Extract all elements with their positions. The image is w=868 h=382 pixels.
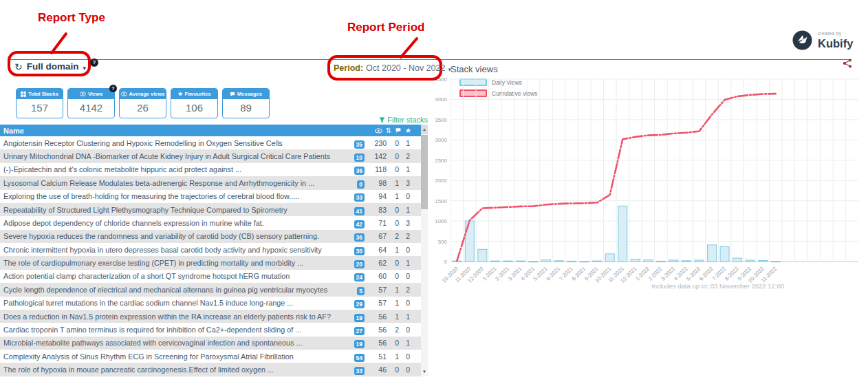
stack-count-badge: 19 bbox=[354, 340, 365, 348]
table-row[interactable]: Urinary Mitochondrial DNA -Biomarker of … bbox=[0, 149, 421, 162]
sort-icon[interactable]: ⇅ bbox=[386, 127, 391, 134]
stack-messages-count: 0 bbox=[387, 165, 399, 173]
stack-count-badge: 5 bbox=[357, 287, 365, 295]
report-period-selector[interactable]: Period: Oct 2020 - Nov 2022 ▾ bbox=[334, 63, 451, 73]
stack-name[interactable]: Action potential clamp characterization … bbox=[0, 272, 348, 280]
svg-text:1500: 1500 bbox=[435, 198, 447, 204]
stack-favourites-count: 2 bbox=[399, 232, 410, 240]
stack-name[interactable]: Urinary Mitochondrial DNA -Biomarker of … bbox=[0, 152, 348, 160]
domain-selector-label[interactable]: Full domain bbox=[27, 61, 79, 72]
table-row[interactable]: Exploring the use of breath-holding for … bbox=[0, 190, 421, 203]
stack-count-badge: 24 bbox=[354, 273, 365, 282]
stack-name[interactable]: Complexity Analysis of Sinus Rhythm ECG … bbox=[0, 352, 348, 361]
stack-count-badge: 33 bbox=[354, 193, 365, 202]
table-row[interactable]: Chronic intermittent hypoxia in utero de… bbox=[0, 243, 421, 256]
table-row[interactable]: (-)-Epicatechin and it's colonic metabol… bbox=[0, 163, 421, 176]
report-type-annotation: Report Type bbox=[38, 11, 105, 25]
stack-name[interactable]: Repeatability of Structured Light Plethy… bbox=[0, 206, 348, 214]
table-row[interactable]: The role of cardiopulmonary exercise tes… bbox=[0, 256, 421, 269]
stack-name[interactable]: The role of cardiopulmonary exercise tes… bbox=[0, 259, 348, 267]
star-icon: ★ bbox=[177, 91, 182, 97]
stat-card-views: Views 4142 ? bbox=[67, 88, 115, 118]
stack-favourites-count: 1 bbox=[399, 339, 410, 347]
star-icon[interactable]: ★ bbox=[405, 127, 411, 134]
table-row[interactable]: Pathological turret mutations in the car… bbox=[0, 297, 421, 310]
stack-messages-count: 0 bbox=[387, 139, 399, 147]
stack-count-badge: 54 bbox=[354, 354, 365, 362]
brand-name: Kubify bbox=[818, 38, 853, 50]
stack-count-badge: 36 bbox=[354, 167, 365, 175]
table-row[interactable]: Adipose depot dependency of chloride cha… bbox=[0, 216, 421, 229]
stat-label: Favourites bbox=[185, 91, 211, 97]
stack-count-badge: 33 bbox=[354, 367, 365, 375]
table-row[interactable]: Cardiac troponin T amino terminus is req… bbox=[0, 323, 421, 336]
stack-name[interactable]: (-)-Epicatechin and it's colonic metabol… bbox=[0, 165, 348, 173]
stack-count-badge: 19 bbox=[354, 314, 365, 322]
scrollbar-thumb[interactable] bbox=[421, 135, 428, 209]
chat-icon[interactable] bbox=[395, 127, 402, 134]
table-scrollbar[interactable]: ▲ ▼ bbox=[421, 125, 428, 376]
stack-name[interactable]: Severe hypoxia reduces the randomness an… bbox=[0, 232, 348, 240]
stack-name[interactable]: Angiotensin Receptor Clustering and Hypo… bbox=[0, 139, 348, 147]
scroll-down-button[interactable]: ▼ bbox=[421, 367, 428, 376]
stack-favourites-count: 1 bbox=[399, 206, 410, 214]
table-row[interactable]: Cycle length dependence of electrical an… bbox=[0, 283, 421, 296]
stack-count-badge: 42 bbox=[354, 220, 365, 229]
table-row[interactable]: The role of hypoxia in mouse pancreatic … bbox=[0, 363, 421, 376]
stack-name[interactable]: Exploring the use of breath-holding for … bbox=[0, 192, 348, 200]
stack-favourites-count: 3 bbox=[399, 219, 410, 227]
stack-views-count: 57 bbox=[365, 299, 387, 307]
stack-messages-count: 0 bbox=[387, 259, 399, 267]
stack-messages-count: 1 bbox=[387, 246, 399, 254]
table-row[interactable]: Angiotensin Receptor Clustering and Hypo… bbox=[0, 136, 421, 149]
stack-views-count: 57 bbox=[365, 286, 387, 294]
stack-favourites-count: 3 bbox=[399, 179, 410, 187]
stack-messages-count: 1 bbox=[387, 312, 399, 321]
period-value[interactable]: Oct 2020 - Nov 2022 bbox=[366, 63, 445, 73]
report-type-selector[interactable]: ↻ Full domain ▾ ? bbox=[14, 61, 98, 72]
stack-messages-count: 0 bbox=[387, 206, 399, 214]
stack-messages-count: 1 bbox=[387, 192, 399, 200]
stack-favourites-count: 2 bbox=[399, 152, 410, 160]
stacks-table: Angiotensin Receptor Clustering and Hypo… bbox=[0, 136, 421, 376]
stack-views-count: 56 bbox=[365, 339, 387, 347]
chevron-down-icon[interactable]: ▾ bbox=[448, 66, 451, 73]
filter-stacks-button[interactable]: Filter stacks bbox=[276, 116, 428, 124]
stack-favourites-count: 0 bbox=[399, 326, 410, 334]
stack-name[interactable]: Adipose depot dependency of chloride cha… bbox=[0, 219, 348, 227]
stack-views-count: 71 bbox=[365, 219, 387, 227]
stack-name[interactable]: Does a reduction in Nav1.5 protein expre… bbox=[0, 312, 348, 321]
table-row[interactable]: Microbial-metabolite pathways associated… bbox=[0, 337, 421, 350]
stat-card-average-views: Average views 26 bbox=[119, 88, 166, 118]
eye-icon bbox=[80, 92, 86, 96]
help-icon[interactable]: ? bbox=[90, 59, 98, 67]
brand-logo: created by Kubify bbox=[792, 30, 853, 50]
stack-favourites-count: 1 bbox=[399, 139, 410, 147]
stack-name[interactable]: The role of hypoxia in mouse pancreatic … bbox=[0, 365, 348, 374]
scroll-up-button[interactable]: ▲ bbox=[421, 125, 428, 134]
stack-name[interactable]: Microbial-metabolite pathways associated… bbox=[0, 339, 348, 347]
stack-name[interactable]: Pathological turret mutations in the car… bbox=[0, 299, 348, 307]
filter-stacks-label[interactable]: Filter stacks bbox=[387, 116, 428, 124]
name-column-header[interactable]: Name bbox=[0, 127, 375, 135]
stack-views-count: 98 bbox=[365, 179, 387, 187]
table-row[interactable]: Lysosomal Calcium Release Modulates beta… bbox=[0, 176, 421, 189]
table-row[interactable]: Does a reduction in Nav1.5 protein expre… bbox=[0, 310, 421, 323]
chevron-down-icon[interactable]: ▾ bbox=[83, 65, 86, 72]
help-icon[interactable]: ? bbox=[109, 85, 117, 92]
stat-card-favourites: ★ Favourites 106 bbox=[171, 88, 218, 118]
table-row[interactable]: Severe hypoxia reduces the randomness an… bbox=[0, 230, 421, 243]
eye-icon bbox=[121, 92, 127, 96]
stack-views-count: 46 bbox=[365, 365, 387, 374]
stack-name[interactable]: Lysosomal Calcium Release Modulates beta… bbox=[0, 179, 348, 187]
stack-name[interactable]: Cardiac troponin T amino terminus is req… bbox=[0, 326, 348, 334]
eye-icon[interactable] bbox=[375, 128, 382, 134]
table-row[interactable]: Complexity Analysis of Sinus Rhythm ECG … bbox=[0, 350, 421, 363]
table-row[interactable]: Repeatability of Structured Light Plethy… bbox=[0, 203, 421, 216]
svg-text:4000: 4000 bbox=[435, 96, 447, 103]
table-row[interactable]: Action potential clamp characterization … bbox=[0, 270, 421, 283]
stack-name[interactable]: Chronic intermittent hypoxia in utero de… bbox=[0, 246, 348, 254]
stack-favourites-count: 0 bbox=[399, 365, 410, 374]
stack-name[interactable]: Cycle length dependence of electrical an… bbox=[0, 286, 348, 294]
refresh-icon[interactable]: ↻ bbox=[14, 62, 23, 72]
